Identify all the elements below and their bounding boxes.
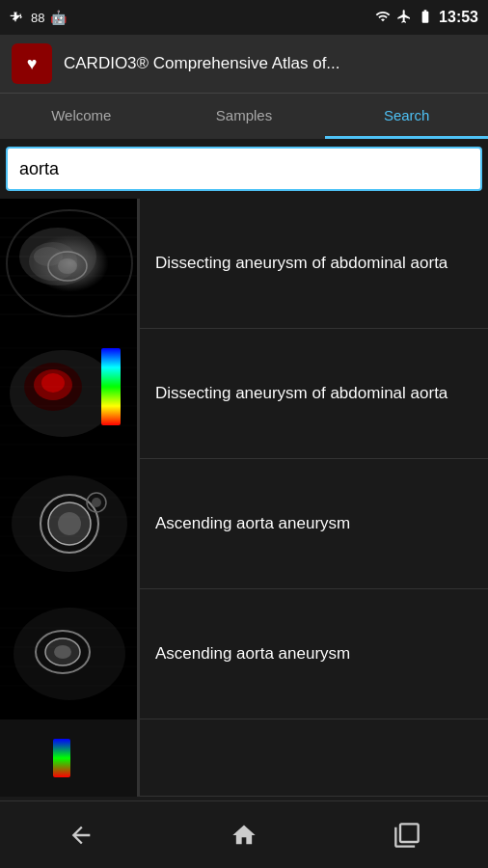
home-button[interactable]: [215, 811, 273, 859]
battery-icon: [418, 9, 433, 27]
svg-point-33: [92, 498, 101, 507]
result-thumbnail: [0, 199, 140, 329]
svg-point-5: [29, 242, 77, 281]
svg-point-31: [58, 512, 81, 535]
svg-point-19: [41, 373, 65, 393]
result-item[interactable]: Dissecting aneurysm of abdominal aorta: [0, 329, 488, 459]
result-label: Ascending aorta aneurysm: [140, 642, 488, 665]
result-item[interactable]: Ascending aorta aneurysm: [0, 589, 488, 719]
result-item[interactable]: Ascending aorta aneurysm: [0, 459, 488, 589]
svg-point-14: [58, 258, 77, 274]
result-thumbnail: [0, 589, 140, 719]
wifi-icon: [375, 9, 391, 27]
search-input[interactable]: [6, 147, 482, 191]
status-left-icons: 88 🤖: [10, 9, 67, 27]
result-item[interactable]: Dissecting aneurysm of abdominal aorta: [0, 199, 488, 329]
result-item[interactable]: [0, 719, 488, 797]
bottom-nav: [0, 800, 488, 868]
results-list: Dissecting aneurysm of abdominal aorta: [0, 199, 488, 800]
tab-welcome[interactable]: Welcome: [0, 94, 163, 139]
back-button[interactable]: [52, 811, 110, 859]
time-display: 13:53: [439, 9, 478, 26]
svg-point-13: [48, 252, 87, 281]
tab-samples[interactable]: Samples: [163, 94, 326, 139]
recents-button[interactable]: [378, 811, 436, 859]
app-header: ♥ CARDIO3® Comprehensive Atlas of...: [0, 35, 488, 93]
search-container: [0, 139, 488, 199]
svg-rect-52: [53, 739, 70, 777]
tab-search[interactable]: Search: [325, 94, 488, 139]
result-label: Dissecting aneurysm of abdominal aorta: [140, 382, 488, 405]
app-title: CARDIO3® Comprehensive Atlas of...: [64, 54, 340, 73]
result-thumbnail: [0, 459, 140, 589]
usb-icon: [10, 9, 25, 27]
android-icon: 🤖: [50, 10, 67, 25]
airplane-icon: [396, 9, 412, 27]
result-label: Ascending aorta aneurysm: [140, 512, 488, 535]
result-label: Dissecting aneurysm of abdominal aorta: [140, 252, 488, 275]
svg-text:♥: ♥: [27, 54, 38, 73]
result-thumbnail: [0, 329, 140, 459]
svg-point-6: [34, 247, 63, 266]
notification-badge: 88: [31, 11, 44, 25]
app-logo: ♥: [12, 43, 52, 84]
status-bar: 88 🤖 13:53: [0, 0, 488, 35]
tabs-container: Welcome Samples Search: [0, 93, 488, 139]
status-right-icons: 13:53: [375, 9, 478, 27]
result-thumbnail: [0, 719, 140, 797]
